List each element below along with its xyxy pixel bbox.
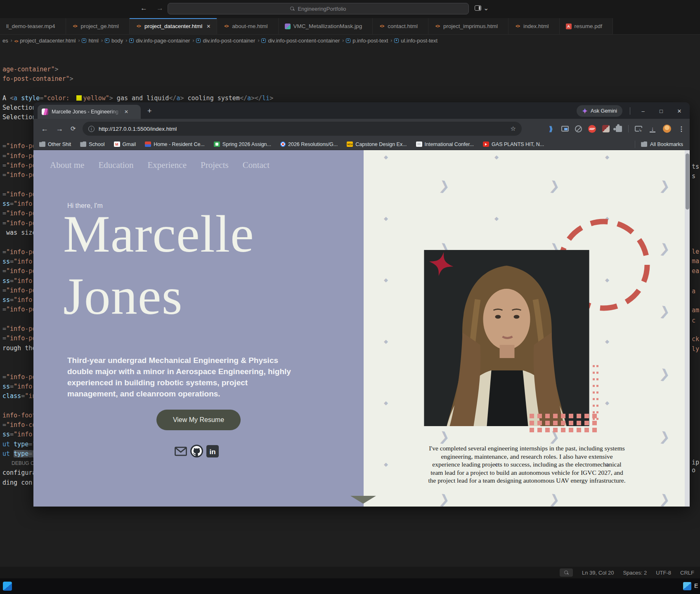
ask-gemini-label: Ask Gemini bbox=[591, 108, 617, 114]
breadcrumb-lead[interactable]: es bbox=[2, 38, 8, 44]
editor-tab[interactable]: project_imprimus.html bbox=[428, 18, 508, 34]
bookmark-item[interactable]: International Confer... bbox=[416, 141, 474, 147]
breadcrumb-separator: › bbox=[192, 38, 194, 43]
downloads-icon[interactable] bbox=[648, 125, 657, 133]
editor-tab[interactable]: project_ge.html bbox=[66, 18, 130, 34]
site-nav-link[interactable]: Contact bbox=[243, 160, 270, 170]
bookmark-favicon bbox=[280, 141, 286, 147]
url-bar[interactable]: i http://127.0.0.1:5500/index.html ☆ bbox=[83, 122, 522, 136]
extensions-puzzle-icon[interactable] bbox=[616, 126, 622, 132]
scrollbar-thumb[interactable] bbox=[686, 153, 689, 210]
status-cursor-position[interactable]: Ln 39, Col 20 bbox=[582, 570, 614, 576]
bookmark-star-icon[interactable]: ☆ bbox=[511, 125, 516, 132]
status-eol[interactable]: CRLF bbox=[680, 570, 694, 576]
email-icon[interactable] bbox=[175, 446, 187, 456]
breadcrumb-item[interactable]: › div.info-post-content-container bbox=[258, 38, 340, 44]
taskbar-tray-icon[interactable] bbox=[683, 582, 691, 590]
editor-tab[interactable]: project_datacenter.html ✕ bbox=[130, 18, 217, 34]
toolbar-divider[interactable] bbox=[628, 125, 629, 132]
editor-tab-label: ll_demo-teaser.mp4 bbox=[6, 23, 55, 29]
editor-tab[interactable]: about-me.html bbox=[217, 18, 278, 34]
bookmark-item[interactable]: Home - Resident Ce... bbox=[145, 141, 205, 147]
desktop-screen: ← → EngineeringPortfolio ⌄ ll_demo-tease… bbox=[0, 0, 700, 594]
hero-name: Marcelle Jones bbox=[63, 203, 254, 328]
send-to-device-icon[interactable] bbox=[635, 126, 642, 132]
site-nav-link[interactable]: Projects bbox=[201, 160, 229, 170]
profile-avatar[interactable] bbox=[663, 125, 671, 133]
editor-tab[interactable]: index.html bbox=[508, 18, 560, 34]
status-encoding[interactable]: UTF-8 bbox=[656, 570, 671, 576]
bookmark-item[interactable]: School bbox=[80, 141, 104, 147]
maximize-button[interactable]: □ bbox=[656, 108, 667, 114]
taskbar-app-icon[interactable] bbox=[3, 582, 12, 591]
editor-tab[interactable]: VMC_MetallizationMask.jpg bbox=[279, 18, 373, 34]
about-paragraph: I've completed several engineering inter… bbox=[426, 444, 627, 485]
picture-in-picture-icon[interactable] bbox=[561, 126, 569, 132]
bookmark-favicon bbox=[214, 141, 220, 147]
editor-tab[interactable]: ll_demo-teaser.mp4 bbox=[0, 18, 66, 34]
site-nav-link[interactable]: Experience bbox=[148, 160, 187, 170]
browser-forward-icon[interactable]: → bbox=[56, 125, 63, 133]
vscode-command-center[interactable]: EngineeringPortfolio bbox=[168, 3, 469, 14]
site-info-icon[interactable]: i bbox=[88, 126, 95, 132]
bookmark-item[interactable]: Gmail bbox=[114, 141, 136, 147]
breadcrumb-separator: › bbox=[11, 38, 12, 43]
breadcrumb-item[interactable]: › html bbox=[78, 38, 99, 44]
adblock-plus-icon[interactable] bbox=[588, 125, 596, 133]
file-type-icon bbox=[285, 24, 291, 29]
view-resume-button[interactable]: View My Resume bbox=[156, 410, 241, 430]
bookmark-item[interactable]: GAS PLANTS HIT, N... bbox=[483, 141, 544, 147]
breadcrumb-item-label: p.info-post-text bbox=[352, 38, 388, 44]
breadcrumb-item[interactable]: › project_datacenter.html bbox=[11, 38, 76, 44]
vscode-statusbar: Ln 39, Col 20 Spaces: 2 UTF-8 CRLF bbox=[0, 567, 700, 578]
chrome-tab[interactable]: Marcelle Jones - Engineering Po ✕ bbox=[38, 105, 141, 119]
breadcrumb-item-label: div.info-post-container bbox=[203, 38, 255, 44]
file-type-icon bbox=[566, 24, 572, 29]
hero-first-name: Marcelle bbox=[63, 203, 254, 265]
scroll-down-arrow[interactable] bbox=[350, 496, 376, 504]
vscode-forward-icon[interactable]: → bbox=[156, 4, 163, 12]
bookmark-item[interactable]: Capstone Design Ex... bbox=[347, 141, 407, 147]
new-tab-button[interactable]: + bbox=[147, 107, 152, 115]
folder-icon bbox=[641, 141, 647, 147]
editor-tab[interactable]: resume.pdf bbox=[560, 18, 613, 34]
ask-gemini-button[interactable]: Ask Gemini bbox=[577, 105, 622, 117]
bookmark-item[interactable]: Spring 2026 Assign... bbox=[214, 141, 271, 147]
search-icon bbox=[564, 570, 569, 575]
menu-icon[interactable] bbox=[677, 125, 686, 133]
file-type-icon bbox=[72, 24, 78, 29]
content-blocker-icon[interactable] bbox=[575, 125, 582, 132]
site-nav-link[interactable]: Education bbox=[98, 160, 133, 170]
extension-icon[interactable] bbox=[602, 125, 610, 132]
tab-close-icon[interactable]: ✕ bbox=[206, 24, 210, 29]
bookmark-item[interactable]: 2026 Resolutions/G... bbox=[280, 141, 338, 147]
status-search-button[interactable] bbox=[560, 568, 573, 577]
status-indentation[interactable]: Spaces: 2 bbox=[623, 570, 647, 576]
all-bookmarks-button[interactable]: All Bookmarks bbox=[635, 141, 690, 148]
site-nav-link[interactable]: About me bbox=[50, 160, 84, 170]
editor-tab[interactable]: contact.html bbox=[373, 18, 428, 34]
bookmark-item[interactable]: Other Shit bbox=[39, 141, 71, 147]
breadcrumb-item[interactable]: › p.info-post-text bbox=[342, 38, 388, 44]
sparkle-decoration bbox=[428, 251, 454, 277]
reading-mode-icon[interactable] bbox=[547, 125, 555, 133]
breadcrumb-item[interactable]: › ul.info-post-text bbox=[390, 38, 438, 44]
vscode-chat-toggle[interactable]: ⌄ bbox=[475, 4, 489, 12]
linkedin-icon[interactable]: in bbox=[206, 445, 219, 457]
minimize-button[interactable]: – bbox=[638, 108, 648, 114]
breadcrumb-item[interactable]: › div.info-post-container bbox=[192, 38, 255, 44]
github-icon[interactable] bbox=[190, 445, 203, 457]
vscode-back-icon[interactable]: ← bbox=[140, 4, 147, 12]
browser-reload-icon[interactable]: ⟳ bbox=[71, 125, 76, 132]
browser-back-icon[interactable]: ← bbox=[41, 125, 48, 133]
all-bookmarks-label: All Bookmarks bbox=[650, 141, 683, 147]
close-button[interactable]: ✕ bbox=[674, 108, 685, 114]
hero-right-panel: ◆◆◆❯❯❯◆◆◆❯❯❯◆◆◆❯❯❯◆◆◆❯❯❯◆◆◆❯❯❯◆◆◆❯❯❯ bbox=[364, 150, 685, 507]
editor-tab-label: about-me.html bbox=[232, 23, 267, 29]
breadcrumb-separator: › bbox=[125, 38, 127, 43]
breadcrumb-item[interactable]: › body bbox=[101, 38, 123, 44]
tab-close-icon[interactable]: ✕ bbox=[124, 109, 128, 115]
breadcrumb-item-label: body bbox=[111, 38, 123, 44]
breadcrumb-item[interactable]: › div.info-page-container bbox=[125, 38, 190, 44]
page-scrollbar[interactable] bbox=[685, 150, 690, 507]
